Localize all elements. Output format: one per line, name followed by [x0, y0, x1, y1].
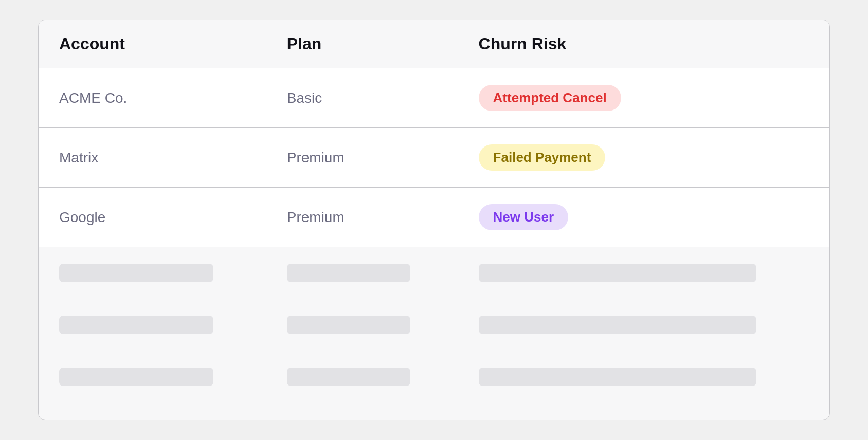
- skeleton-cell-plan: [266, 351, 458, 403]
- column-header-plan: Plan: [266, 20, 458, 68]
- cell-churn-risk: New User: [458, 188, 829, 247]
- cell-churn-risk: Failed Payment: [458, 128, 829, 188]
- cell-plan: Basic: [266, 68, 458, 128]
- cell-churn-risk: Attempted Cancel: [458, 68, 829, 128]
- column-header-account: Account: [39, 20, 266, 68]
- churn-risk-badge: New User: [479, 204, 569, 230]
- skeleton-cell-churn: [458, 299, 829, 351]
- table-row: GooglePremiumNew User: [39, 188, 829, 247]
- skeleton-cell-account: [39, 299, 266, 351]
- table-row: MatrixPremiumFailed Payment: [39, 128, 829, 188]
- churn-risk-table: Account Plan Churn Risk ACME Co.BasicAtt…: [39, 20, 829, 402]
- cell-plan: Premium: [266, 128, 458, 188]
- cell-account: Google: [39, 188, 266, 247]
- skeleton-cell-account: [39, 247, 266, 299]
- skeleton-cell-plan: [266, 299, 458, 351]
- skeleton-row: [39, 351, 829, 403]
- skeleton-cell-account: [39, 351, 266, 403]
- churn-risk-badge: Attempted Cancel: [479, 85, 621, 111]
- table-container: Account Plan Churn Risk ACME Co.BasicAtt…: [38, 20, 830, 420]
- skeleton-row: [39, 299, 829, 351]
- skeleton-cell-churn: [458, 247, 829, 299]
- churn-risk-badge: Failed Payment: [479, 144, 606, 171]
- cell-account: ACME Co.: [39, 68, 266, 128]
- cell-account: Matrix: [39, 128, 266, 188]
- table-header-row: Account Plan Churn Risk: [39, 20, 829, 68]
- table-row: ACME Co.BasicAttempted Cancel: [39, 68, 829, 128]
- column-header-churn-risk: Churn Risk: [458, 20, 829, 68]
- skeleton-cell-plan: [266, 247, 458, 299]
- skeleton-row: [39, 247, 829, 299]
- cell-plan: Premium: [266, 188, 458, 247]
- skeleton-cell-churn: [458, 351, 829, 403]
